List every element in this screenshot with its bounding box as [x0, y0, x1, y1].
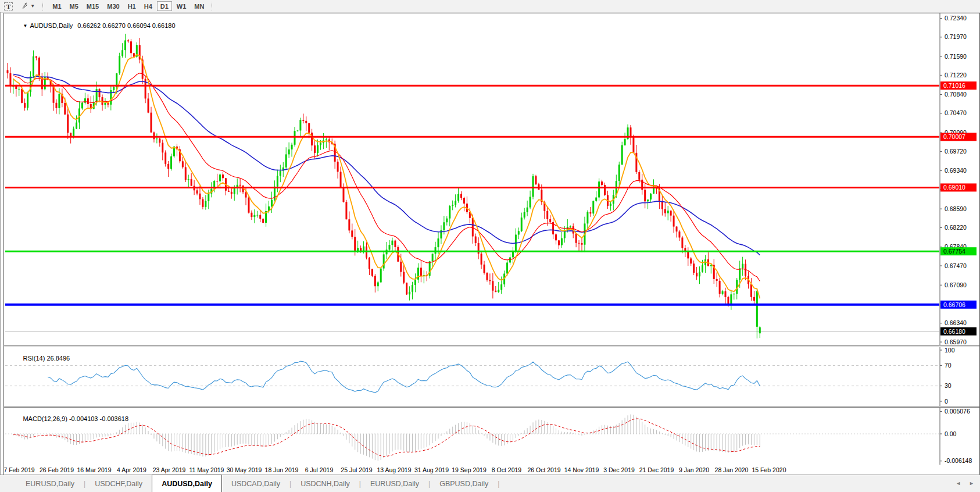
svg-text:0.70840: 0.70840 [945, 91, 967, 98]
macd-name: MACD(12,26,9) [23, 415, 67, 422]
svg-text:0.68590: 0.68590 [945, 205, 967, 212]
svg-text:-0.006148: -0.006148 [945, 457, 972, 464]
timeframe-button-mn[interactable]: MN [191, 1, 208, 11]
date-label: 26 Feb 2019 [40, 466, 74, 473]
chart-window: 0.723400.719700.715900.712200.708400.704… [3, 13, 980, 475]
svg-text:0.68220: 0.68220 [945, 224, 967, 231]
date-label: 21 Dec 2019 [639, 466, 674, 473]
rsi-value: 26.8496 [47, 355, 70, 362]
time-axis[interactable]: 7 Feb 201926 Feb 201916 Mar 20194 Apr 20… [4, 465, 979, 475]
svg-text:100: 100 [945, 347, 955, 354]
ohlc-high: 0.66270 [102, 22, 126, 29]
rsi-panel[interactable]: 10070300 RSI(14) 26.8496 [4, 347, 979, 407]
ohlc-open: 0.66262 [77, 22, 101, 29]
chart-tab-usdcnh-4[interactable]: USDCNH,Daily [291, 475, 359, 492]
svg-text:0.69720: 0.69720 [945, 148, 967, 155]
macd-panel[interactable]: 0.0050760.00-0.006148 MACD(12,26,9) -0.0… [4, 407, 979, 466]
date-label: 3 Dec 2019 [603, 466, 635, 473]
svg-text:0.66340: 0.66340 [945, 319, 967, 326]
tab-scroll-left-icon[interactable]: ◄ [956, 480, 961, 486]
tab-divider: | [498, 475, 499, 492]
date-label: 31 Aug 2019 [414, 466, 449, 473]
price-chart-canvas: 0.723400.719700.715900.712200.708400.704… [4, 13, 979, 345]
text-tool-button[interactable]: T [1, 1, 16, 11]
date-label: 26 Oct 2019 [527, 466, 560, 473]
svg-text:0.69340: 0.69340 [945, 167, 967, 174]
timeframe-button-d1[interactable]: D1 [157, 1, 172, 11]
ohlc-low: 0.66094 [127, 22, 151, 29]
macd-value-signal: -0.003618 [100, 415, 129, 422]
date-label: 23 Apr 2019 [153, 466, 186, 473]
timeframe-button-m15[interactable]: M15 [83, 1, 102, 11]
svg-text:0.66180: 0.66180 [943, 328, 965, 335]
text-tool-icon: T [4, 2, 13, 10]
date-label: 19 Sep 2019 [452, 466, 487, 473]
svg-text:0.72340: 0.72340 [945, 15, 967, 22]
date-label: 9 Jan 2020 [679, 466, 709, 473]
date-label: 28 Jan 2020 [715, 466, 749, 473]
svg-text:0.67470: 0.67470 [945, 262, 967, 269]
chevron-down-icon: ▼ [30, 3, 35, 9]
svg-text:0.71220: 0.71220 [945, 72, 967, 79]
macd-canvas: 0.0050760.00-0.006148 [4, 408, 979, 465]
date-label: 15 Feb 2020 [752, 466, 786, 473]
svg-text:0.70007: 0.70007 [943, 133, 965, 140]
date-label: 25 Jul 2019 [341, 466, 372, 473]
chart-tab-eurusd-5[interactable]: EURUSD,Daily [361, 475, 428, 492]
svg-text:0.67754: 0.67754 [943, 248, 965, 255]
date-label: 11 May 2019 [189, 466, 224, 473]
cascade-arrows-icon [21, 2, 28, 10]
date-label: 4 Apr 2019 [117, 466, 146, 473]
macd-label: MACD(12,26,9) -0.004103 -0.003618 [9, 408, 128, 429]
chart-tab-eurusd-0[interactable]: EURUSD,Daily [16, 475, 84, 492]
rsi-label: RSI(14) 26.8496 [9, 348, 70, 369]
svg-text:0: 0 [945, 398, 948, 405]
chart-arrange-button[interactable]: ▼ [17, 1, 38, 11]
chart-tab-usdchf-1[interactable]: USDCHF,Daily [85, 475, 152, 492]
timeframe-button-h1[interactable]: H1 [124, 1, 140, 11]
date-label: 6 Jul 2019 [305, 466, 333, 473]
tab-scroll-buttons: ◄ ► [956, 475, 974, 492]
chart-tab-gbpusd-6[interactable]: GBPUSD,Daily [430, 475, 498, 492]
date-label: 7 Feb 2019 [3, 466, 34, 473]
date-label: 30 May 2019 [227, 466, 262, 473]
price-panel[interactable]: 0.723400.719700.715900.712200.708400.704… [4, 13, 979, 346]
svg-text:0.67090: 0.67090 [945, 281, 967, 288]
svg-text:0.70470: 0.70470 [945, 109, 967, 116]
chart-title: ▼AUDUSD,Daily0.66262 0.66270 0.66094 0.6… [9, 15, 176, 36]
rsi-canvas: 10070300 [4, 347, 979, 406]
svg-text:0.71590: 0.71590 [945, 53, 967, 60]
svg-text:0.65970: 0.65970 [945, 338, 967, 345]
timeframe-group: M1M5M15M30H1H4D1W1MN [48, 1, 208, 11]
toolbar-separator [42, 2, 46, 10]
date-label: 16 Mar 2019 [77, 466, 112, 473]
toolbar-separator [212, 2, 215, 10]
tab-scroll-right-icon[interactable]: ► [969, 480, 974, 486]
date-label: 14 Nov 2019 [564, 466, 599, 473]
timeframe-button-m30[interactable]: M30 [103, 1, 123, 11]
collapse-triangle-icon[interactable]: ▼ [23, 23, 27, 28]
svg-text:0.66706: 0.66706 [943, 301, 965, 308]
timeframe-button-w1[interactable]: W1 [173, 1, 190, 11]
top-toolbar: T ▼ M1M5M15M30H1H4D1W1MN [0, 0, 980, 13]
svg-text:0.69010: 0.69010 [943, 184, 965, 191]
date-label: 18 Jun 2019 [265, 466, 299, 473]
svg-text:0.71016: 0.71016 [943, 82, 965, 89]
chart-tab-usdcad-3[interactable]: USDCAD,Daily [222, 475, 289, 492]
chart-tab-audusd-2[interactable]: AUDUSD,Daily [152, 475, 222, 492]
timeframe-button-h4[interactable]: H4 [141, 1, 156, 11]
svg-text:70: 70 [945, 362, 952, 369]
symbol-period-label: AUDUSD,Daily [30, 22, 73, 29]
macd-value-main: -0.004103 [69, 415, 98, 422]
svg-text:0.71970: 0.71970 [945, 33, 967, 40]
chart-tab-bar: EURUSD,Daily|USDCHF,DailyAUDUSD,DailyUSD… [0, 475, 980, 492]
svg-text:0.005076: 0.005076 [945, 408, 970, 415]
dock-edge [0, 12, 1, 475]
date-label: 13 Aug 2019 [377, 466, 412, 473]
svg-text:0.00: 0.00 [945, 430, 957, 437]
ohlc-close: 0.66180 [152, 22, 176, 29]
rsi-name: RSI(14) [23, 355, 45, 362]
timeframe-button-m1[interactable]: M1 [49, 1, 65, 11]
timeframe-button-m5[interactable]: M5 [66, 1, 82, 11]
mt4-window: T ▼ M1M5M15M30H1H4D1W1MN 0.723400.719700… [0, 0, 980, 492]
